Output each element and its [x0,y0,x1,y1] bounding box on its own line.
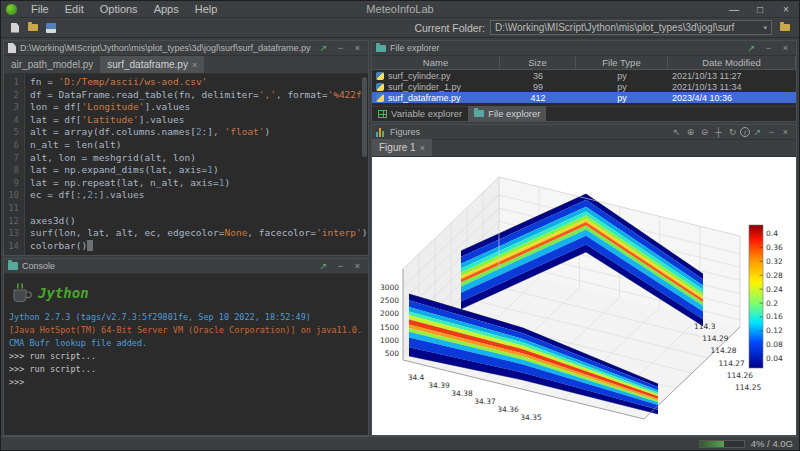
maximize-button[interactable]: □ [747,4,773,15]
minimize-button[interactable]: — [721,4,747,15]
column-header-name[interactable]: Name [372,56,500,69]
svg-text:1000: 1000 [380,336,399,345]
tab-label: air_path_model.py [11,59,93,70]
select-tool-icon[interactable]: ↖ [670,127,683,137]
tab-file-explorer[interactable]: File explorer [468,106,546,121]
file-row[interactable]: surf_cylinder_1.py99py2021/10/13 11:34 [372,81,796,92]
figures-float-icon[interactable]: ↗ [751,127,764,137]
file-row[interactable]: surf_dataframe.py412py2023/4/4 10:36 [372,92,796,103]
console-panel-header: Console ↗ − × [4,259,368,274]
svg-text:0.04: 0.04 [766,354,783,363]
svg-text:34.37: 34.37 [474,397,496,406]
rotate-icon[interactable]: ↻ [726,127,739,137]
explorer-minimize-icon[interactable]: − [762,43,775,53]
figures-title: Figures [390,127,666,137]
console-line: CMA Bufr lookup file added. [9,337,363,350]
svg-text:0.32: 0.32 [766,257,783,266]
zoom-out-icon[interactable]: ⊖ [698,127,711,137]
editor-float-icon[interactable]: ↗ [317,43,330,53]
tab-close-icon[interactable]: × [192,60,197,70]
code-line: 12axes3d() [4,215,368,228]
svg-text:34.39: 34.39 [428,381,450,390]
code-line: 10ec = df[:,2:].values [4,189,368,202]
tab-air-path-model[interactable]: air_path_model.py [4,56,100,73]
column-header-date-modified[interactable]: Date Modified [668,56,796,69]
file-table-header: NameSizeFile TypeDate Modified [372,56,796,70]
svg-text:2500: 2500 [380,296,399,305]
tab-label: Figure 1 [379,142,416,153]
console-line: Jython 2.7.3 (tags/v2.7.3:5f29801fe, Sep… [9,311,363,324]
editor-minimize-icon[interactable]: − [334,43,347,53]
console-close-icon[interactable]: × [351,261,364,271]
svg-text:114.29: 114.29 [702,334,728,343]
code-line: 5alt = array(df.columns.names[2:], 'floa… [4,126,368,139]
file-explorer-title: File explorer [390,43,741,53]
editor-close-icon[interactable]: × [351,43,364,53]
menu-options[interactable]: Options [92,1,146,17]
svg-text:114.28: 114.28 [710,346,736,355]
code-line: 8lat = np.expand_dims(lat, axis=1) [4,164,368,177]
code-editor[interactable]: 1fn = 'D:/Temp/ascii/ws-aod.csv'2df = Da… [4,74,368,255]
browse-folder-button[interactable] [776,20,794,36]
tab-surf-dataframe[interactable]: surf_dataframe.py × [100,56,204,73]
script-file-icon [8,43,16,53]
current-folder-label: Current Folder: [414,22,485,34]
line-number: 14 [4,240,24,253]
explorer-tab-bar: Variable explorer File explorer [372,106,796,121]
code-line: 1fn = 'D:/Temp/ascii/ws-aod.csv' [4,76,368,89]
python-file-icon [376,83,384,91]
line-number: 6 [4,139,24,152]
code-line: 6n_alt = len(alt) [4,139,368,152]
new-file-button[interactable] [6,20,24,36]
svg-text:34.4: 34.4 [408,373,425,382]
figure-close-icon[interactable]: × [420,143,425,153]
console-minimize-icon[interactable]: − [334,261,347,271]
console-float-icon[interactable]: ↗ [317,261,330,271]
line-number: 2 [4,89,24,102]
save-button[interactable] [42,20,60,36]
editor-scrollbar[interactable] [361,74,368,255]
svg-text:0.36: 0.36 [766,243,783,252]
tab-variable-explorer[interactable]: Variable explorer [372,106,468,121]
current-folder-path: D:\Working\MIScript\Jython\mis\plot_type… [495,22,760,33]
file-row[interactable]: surf_cylinder.py36py2021/10/13 11:27 [372,70,796,81]
save-icon [46,23,56,33]
explorer-close-icon[interactable]: × [779,43,792,53]
line-number: 1 [4,76,24,89]
menu-file[interactable]: File [23,1,57,17]
console-output[interactable]: Jython Jython 2.7.3 (tags/v2.7.3:5f29801… [4,274,368,435]
code-line: 9lat = np.repeat(lat, n_alt, axis=1) [4,177,368,190]
scrollbar-thumb[interactable] [362,77,367,157]
file-explorer-tab-icon [474,110,484,117]
figures-close-icon[interactable]: × [779,127,792,137]
new-file-icon [11,23,19,33]
info-icon[interactable]: i [740,127,750,137]
console-lines: Jython 2.7.3 (tags/v2.7.3:5f29801fe, Sep… [9,311,363,389]
svg-text:0.2: 0.2 [766,299,778,308]
column-header-size[interactable]: Size [500,56,576,69]
tab-label: File explorer [488,108,540,119]
python-file-icon [376,72,384,80]
zoom-in-icon[interactable]: ⊕ [684,127,697,137]
menu-apps[interactable]: Apps [146,1,187,17]
tab-figure-1[interactable]: Figure 1 × [372,139,432,156]
svg-text:34.35: 34.35 [520,413,542,422]
figure-canvas[interactable]: 3000250020001500100050034.434.3934.3834.… [372,157,796,435]
memory-bar-fill [700,441,724,447]
column-header-file-type[interactable]: File Type [576,56,668,69]
pan-icon[interactable]: ┼ [712,127,725,137]
svg-text:0.24: 0.24 [766,285,783,294]
console-icon [8,262,18,270]
open-file-button[interactable] [24,20,42,36]
menu-edit[interactable]: Edit [57,1,92,17]
svg-text:114.3: 114.3 [694,322,716,331]
menu-help[interactable]: Help [187,1,226,17]
close-button[interactable]: × [773,4,799,15]
current-folder-combo[interactable]: D:\Working\MIScript\Jython\mis\plot_type… [490,20,772,35]
figures-minimize-icon[interactable]: − [765,127,778,137]
code-line: 4lat = df['Latitude'].values [4,114,368,127]
explorer-float-icon[interactable]: ↗ [745,43,758,53]
chevron-down-icon: ▾ [763,24,767,32]
line-number: 8 [4,164,24,177]
console-panel-title: Console [22,261,313,271]
